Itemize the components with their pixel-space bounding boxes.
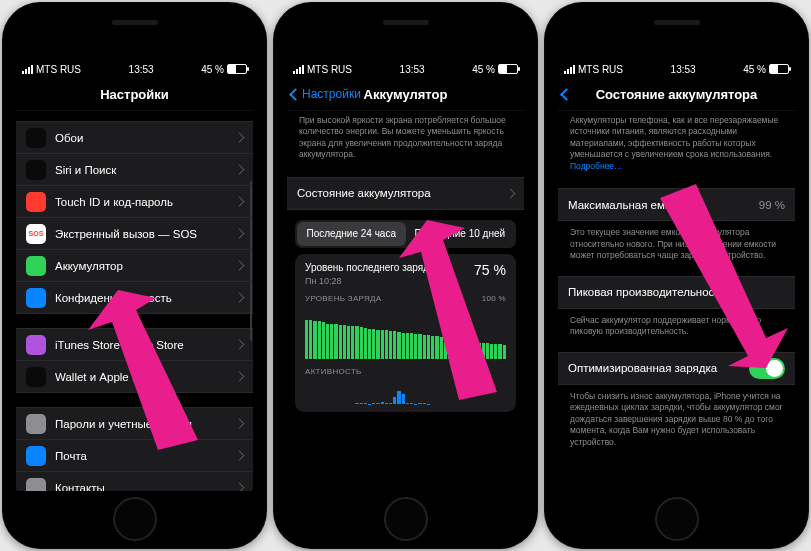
peak-performance-row: Пиковая производительность: [558, 277, 795, 308]
touchid-icon: [26, 192, 46, 212]
row-label: Оптимизированная зарядка: [568, 362, 749, 374]
status-bar: MTS RUS 13:53 45 %: [558, 60, 795, 78]
seg-10d[interactable]: Последние 10 дней: [406, 222, 515, 246]
phone-battery-health: MTS RUS 13:53 45 % Состояние аккумулятор…: [544, 2, 809, 549]
settings-row[interactable]: iTunes Store и App Store: [16, 329, 253, 361]
battery-health-row[interactable]: Состояние аккумулятора: [287, 178, 524, 209]
learn-more-link[interactable]: Подробнее…: [570, 161, 623, 171]
back-button[interactable]: [562, 78, 571, 110]
row-label: Обои: [55, 132, 236, 144]
phone-battery: MTS RUS 13:53 45 % Настройки Аккумулятор…: [273, 2, 538, 549]
key-icon: [26, 414, 46, 434]
charge-level-label: УРОВЕНЬ ЗАРЯДА: [305, 294, 381, 303]
row-label: Аккумулятор: [55, 260, 236, 272]
chevron-right-icon: [235, 165, 245, 175]
row-label: Пароли и учетные записи: [55, 418, 236, 430]
row-label: Экстренный вызов — SOS: [55, 228, 236, 240]
settings-row[interactable]: SOSЭкстренный вызов — SOS: [16, 218, 253, 250]
settings-row[interactable]: Аккумулятор: [16, 250, 253, 282]
charge-level-chart: [305, 307, 506, 359]
intro-text: При высокой яркости экрана потребляется …: [287, 111, 524, 167]
battery-icon: [26, 256, 46, 276]
page-title: Состояние аккумулятора: [596, 87, 758, 102]
battery-icon: [498, 64, 518, 74]
last-charge-label: Уровень последнего заряда: [305, 262, 435, 274]
time-range-segmented[interactable]: Последние 24 часа Последние 10 дней: [295, 220, 516, 248]
last-charge-time: Пн 10:28: [305, 276, 435, 286]
nav-bar: Состояние аккумулятора: [558, 78, 795, 111]
home-button[interactable]: [655, 497, 699, 541]
activity-chart: [305, 380, 506, 404]
battery-pct-label: 45 %: [201, 64, 224, 75]
signal-icon: [293, 65, 304, 74]
chevron-right-icon: [235, 340, 245, 350]
row-label: Состояние аккумулятора: [297, 187, 507, 199]
carrier-label: MTS RUS: [36, 64, 81, 75]
back-label: Настройки: [302, 87, 361, 101]
clock-label: 13:53: [671, 64, 696, 75]
activity-label: АКТИВНОСТЬ: [305, 367, 362, 376]
battery-pct-label: 45 %: [743, 64, 766, 75]
status-bar: MTS RUS 13:53 45 %: [16, 60, 253, 78]
row-label: Максимальная емкость: [568, 199, 759, 211]
charge-level-max: 100 %: [482, 294, 506, 303]
chevron-right-icon: [506, 188, 516, 198]
settings-row[interactable]: Wallet и Apple Pay: [16, 361, 253, 392]
chevron-right-icon: [235, 483, 245, 491]
chevron-left-icon: [560, 88, 573, 101]
itunes-icon: [26, 335, 46, 355]
max-capacity-row: Максимальная емкость 99 %: [558, 189, 795, 220]
settings-row[interactable]: Обои: [16, 122, 253, 154]
speaker-grille: [654, 20, 700, 25]
signal-icon: [564, 65, 575, 74]
optimized-charging-row: Оптимизированная зарядка: [558, 353, 795, 384]
chevron-right-icon: [235, 372, 245, 382]
intro-text: Аккумуляторы телефона, как и все перезар…: [558, 111, 795, 178]
speaker-grille: [383, 20, 429, 25]
siri-icon: [26, 160, 46, 180]
hand-icon: [26, 288, 46, 308]
chevron-right-icon: [235, 133, 245, 143]
last-charge-pct: 75 %: [474, 262, 506, 278]
chevron-left-icon: [289, 88, 302, 101]
atom-icon: [26, 128, 46, 148]
optimized-charging-toggle[interactable]: [749, 358, 785, 379]
battery-icon: [769, 64, 789, 74]
chevron-right-icon: [235, 451, 245, 461]
settings-row[interactable]: Touch ID и код-пароль: [16, 186, 253, 218]
carrier-label: MTS RUS: [307, 64, 352, 75]
last-charge-card: Уровень последнего заряда Пн 10:28 75 % …: [295, 254, 516, 412]
max-capacity-footer: Это текущее значение емкости аккумулятор…: [558, 221, 795, 261]
speaker-grille: [112, 20, 158, 25]
clock-label: 13:53: [129, 64, 154, 75]
row-label: Конфиденциальность: [55, 292, 236, 304]
settings-row[interactable]: Контакты: [16, 472, 253, 491]
chevron-right-icon: [235, 261, 245, 271]
settings-row[interactable]: Пароли и учетные записи: [16, 408, 253, 440]
back-button[interactable]: Настройки: [291, 78, 361, 110]
optimized-charging-footer: Чтобы снизить износ аккумулятора, iPhone…: [558, 385, 795, 448]
phone-settings: MTS RUS 13:53 45 % Настройки ОбоиSiri и …: [2, 2, 267, 549]
settings-row[interactable]: Конфиденциальность: [16, 282, 253, 313]
settings-row[interactable]: Почта: [16, 440, 253, 472]
chevron-right-icon: [235, 419, 245, 429]
contacts-icon: [26, 478, 46, 492]
row-label: Пиковая производительность: [568, 286, 785, 298]
status-bar: MTS RUS 13:53 45 %: [287, 60, 524, 78]
seg-24h[interactable]: Последние 24 часа: [297, 222, 406, 246]
battery-icon: [227, 64, 247, 74]
clock-label: 13:53: [400, 64, 425, 75]
home-button[interactable]: [113, 497, 157, 541]
home-button[interactable]: [384, 497, 428, 541]
battery-pct-label: 45 %: [472, 64, 495, 75]
chevron-right-icon: [235, 197, 245, 207]
wallet-icon: [26, 367, 46, 387]
page-title: Аккумулятор: [364, 87, 448, 102]
chevron-right-icon: [235, 229, 245, 239]
row-label: Siri и Поиск: [55, 164, 236, 176]
nav-bar: Настройки: [16, 78, 253, 111]
max-capacity-value: 99 %: [759, 199, 785, 211]
mail-icon: [26, 446, 46, 466]
signal-icon: [22, 65, 33, 74]
settings-row[interactable]: Siri и Поиск: [16, 154, 253, 186]
